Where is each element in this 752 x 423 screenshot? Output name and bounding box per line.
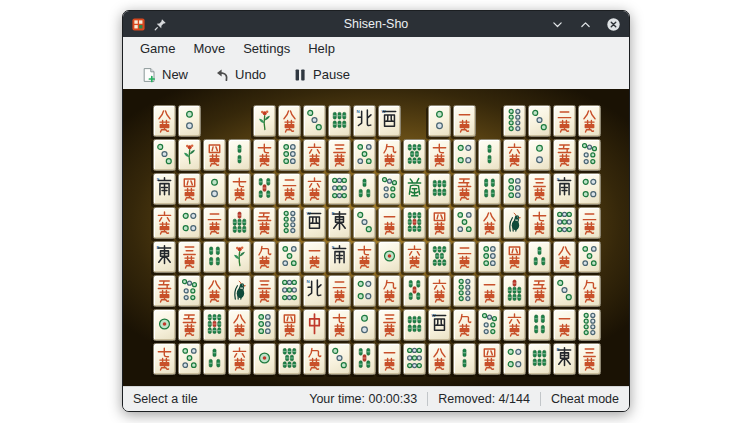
tile-b6[interactable] xyxy=(403,309,426,341)
tile-d7[interactable] xyxy=(378,173,401,205)
tile-fl[interactable] xyxy=(228,241,251,273)
tile-c1[interactable] xyxy=(553,309,576,341)
menu-game[interactable]: Game xyxy=(131,39,184,58)
tile-c8[interactable] xyxy=(278,105,301,137)
tile-d8[interactable] xyxy=(278,207,301,239)
tile-c3[interactable] xyxy=(253,275,276,307)
tile-b7[interactable] xyxy=(503,275,526,307)
tile-d3[interactable] xyxy=(153,139,176,171)
tile-c4[interactable] xyxy=(478,343,501,375)
tile-c1[interactable] xyxy=(378,207,401,239)
tile-d5[interactable] xyxy=(578,241,601,273)
tile-c3[interactable] xyxy=(578,343,601,375)
tile-c1[interactable] xyxy=(378,343,401,375)
tile-d6[interactable] xyxy=(253,309,276,341)
close-button[interactable] xyxy=(605,16,621,32)
tile-c8[interactable] xyxy=(153,105,176,137)
tile-b6[interactable] xyxy=(528,343,551,375)
tile-d6[interactable] xyxy=(278,139,301,171)
tile-b4[interactable] xyxy=(478,173,501,205)
tile-c2[interactable] xyxy=(578,207,601,239)
tile-b8[interactable] xyxy=(403,139,426,171)
tile-d4[interactable] xyxy=(453,139,476,171)
tile-b5[interactable] xyxy=(353,343,376,375)
tile-c9[interactable] xyxy=(578,275,601,307)
tile-b1[interactable] xyxy=(228,275,251,307)
tile-c4[interactable] xyxy=(278,309,301,341)
tile-c4[interactable] xyxy=(428,207,451,239)
tile-d4[interactable] xyxy=(353,275,376,307)
tile-c4[interactable] xyxy=(178,173,201,205)
tile-c4[interactable] xyxy=(203,139,226,171)
minimize-button[interactable] xyxy=(549,16,565,32)
tile-d2[interactable] xyxy=(353,309,376,341)
tile-d9[interactable] xyxy=(403,343,426,375)
tile-c2[interactable] xyxy=(328,275,351,307)
tile-c5[interactable] xyxy=(553,139,576,171)
tile-c3[interactable] xyxy=(328,139,351,171)
tile-c8[interactable] xyxy=(428,343,451,375)
tile-b2[interactable] xyxy=(453,343,476,375)
tile-d9[interactable] xyxy=(278,275,301,307)
tile-d3[interactable] xyxy=(328,343,351,375)
menu-move[interactable]: Move xyxy=(184,39,234,58)
tile-wW[interactable]: W xyxy=(303,207,326,239)
tile-drG[interactable] xyxy=(403,173,426,205)
tile-wE[interactable]: E xyxy=(553,343,576,375)
tile-c6[interactable] xyxy=(303,173,326,205)
tile-wS[interactable]: S xyxy=(153,173,176,205)
tile-c6[interactable] xyxy=(428,275,451,307)
tile-c2[interactable] xyxy=(453,241,476,273)
tile-b3[interactable] xyxy=(353,173,376,205)
tile-wE[interactable]: E xyxy=(328,207,351,239)
tile-drR[interactable] xyxy=(303,309,326,341)
tile-d5[interactable] xyxy=(353,139,376,171)
tile-b5[interactable] xyxy=(253,173,276,205)
menu-help[interactable]: Help xyxy=(299,39,344,58)
tile-c3[interactable] xyxy=(178,241,201,273)
tile-c6[interactable] xyxy=(153,207,176,239)
tile-c9[interactable] xyxy=(378,275,401,307)
tile-c7[interactable] xyxy=(353,241,376,273)
tile-d1[interactable] xyxy=(153,309,176,341)
tile-d4[interactable] xyxy=(503,343,526,375)
tile-c9[interactable] xyxy=(453,309,476,341)
tile-d2[interactable] xyxy=(203,173,226,205)
tile-b9[interactable] xyxy=(403,207,426,239)
tile-c5[interactable] xyxy=(453,173,476,205)
toolbar-pause-button[interactable]: Pause xyxy=(288,65,354,85)
tile-b2[interactable] xyxy=(478,139,501,171)
tile-c1[interactable] xyxy=(478,275,501,307)
tile-d8[interactable] xyxy=(453,275,476,307)
tile-fl[interactable] xyxy=(253,105,276,137)
tile-d7[interactable] xyxy=(578,139,601,171)
tile-c6[interactable] xyxy=(503,139,526,171)
tile-c4[interactable] xyxy=(503,241,526,273)
tile-c9[interactable] xyxy=(303,343,326,375)
tile-wN[interactable]: N xyxy=(303,275,326,307)
tile-d3[interactable] xyxy=(303,105,326,137)
tile-c8[interactable] xyxy=(478,207,501,239)
tile-c2[interactable] xyxy=(203,207,226,239)
tile-c8[interactable] xyxy=(203,275,226,307)
toolbar-new-button[interactable]: New xyxy=(137,65,192,85)
tile-c6[interactable] xyxy=(403,241,426,273)
tile-c8[interactable] xyxy=(578,105,601,137)
tile-d1[interactable] xyxy=(378,241,401,273)
tile-b3[interactable] xyxy=(528,241,551,273)
tile-d3[interactable] xyxy=(528,105,551,137)
tile-c6[interactable] xyxy=(228,343,251,375)
tile-d4[interactable] xyxy=(578,173,601,205)
tile-b1[interactable] xyxy=(503,207,526,239)
tile-b9[interactable] xyxy=(203,309,226,341)
tile-c2[interactable] xyxy=(278,173,301,205)
tile-d9[interactable] xyxy=(553,207,576,239)
tile-c8[interactable] xyxy=(228,309,251,341)
tile-b2[interactable] xyxy=(228,139,251,171)
tile-c8[interactable] xyxy=(553,241,576,273)
tile-c6[interactable] xyxy=(303,139,326,171)
tile-wE[interactable]: E xyxy=(153,241,176,273)
tile-c7[interactable] xyxy=(253,139,276,171)
tile-c5[interactable] xyxy=(178,309,201,341)
tile-d4[interactable] xyxy=(178,207,201,239)
